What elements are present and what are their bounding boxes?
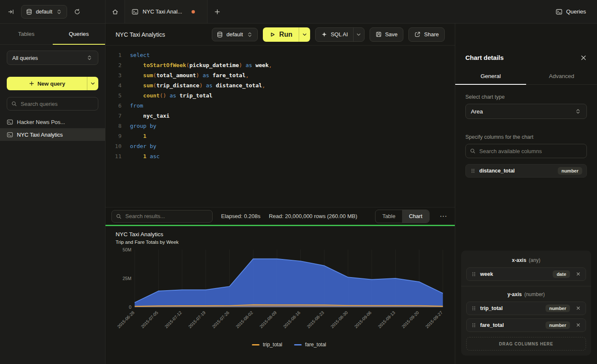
sidebar-tab-tables[interactable]: Tables [0,24,53,44]
more-options-button[interactable]: ⋯ [438,212,449,221]
sql-ai-dropdown[interactable] [353,28,364,41]
drag-handle-icon[interactable] [470,168,476,174]
sql-ai-button[interactable]: SQL AI [315,27,365,42]
available-column-distance-total[interactable]: distance_total number [465,164,587,178]
results-toolbar: Elapsed: 0.208s Read: 20,000,000 rows (2… [105,207,455,225]
queries-button[interactable]: Queries [556,0,597,23]
save-icon [375,31,382,38]
sql-editor[interactable]: 1select2 toStartOfWeek(pickup_datetime) … [105,46,455,207]
search-columns-input[interactable] [465,144,587,158]
tab-strip: NYC Taxi Anal... [105,0,227,23]
query-title: NYC Taxi Analytics [116,31,165,38]
plus-icon [29,81,35,86]
query-icon [7,132,13,138]
y-axis-header: y-axis(number) [466,291,586,297]
x-axis-chips: week date [466,267,586,281]
legend-swatch [252,344,259,345]
y-axis-chips: trip_total number fare_total number [466,302,586,332]
svg-text:2015-07-05: 2015-07-05 [140,310,159,329]
sql-line: 6from [111,101,455,111]
chart-panel: NYC Taxi Analytics Trip and Fare Totals … [105,226,455,364]
column-name: week [480,271,493,277]
column-type-badge: date [553,270,570,278]
legend-item-fare-total[interactable]: fare_total [294,342,326,348]
chart-legend: trip_total fare_total [116,342,445,348]
topbar-database-value: default [36,8,52,15]
svg-text:25M: 25M [123,276,132,281]
search-results-input[interactable] [111,210,213,223]
query-list-item-hacker-news[interactable]: Hacker News Pos... [0,116,105,128]
queries-button-label: Queries [566,8,586,15]
remove-column-icon[interactable] [575,322,581,328]
query-icon [132,8,138,15]
drag-handle-icon[interactable] [471,322,477,328]
tab-advanced[interactable]: Advanced [526,68,597,84]
run-dropdown[interactable] [299,27,310,42]
run-button[interactable]: Run [263,27,310,42]
save-button[interactable]: Save [370,27,404,42]
chart-subtitle: Trip and Fare Totals by Week [116,240,445,245]
column-type-badge: number [546,321,570,329]
x-axis-column-week[interactable]: week date [466,267,586,281]
share-button[interactable]: Share [408,27,445,42]
topbar-database-selector[interactable]: default [21,5,67,19]
database-icon [26,8,32,15]
sidebar: Tables Queries All queries New query [0,24,105,364]
new-query-dropdown[interactable] [87,77,98,90]
svg-text:2015-08-16: 2015-08-16 [282,310,301,329]
sql-code: 1select2 toStartOfWeek(pickup_datetime) … [111,50,455,162]
query-list-item-nyc-taxi[interactable]: NYC Taxi Analytics [0,128,105,141]
main-column: NYC Taxi Analytics default Run [105,24,455,364]
y-axis-column-trip-total[interactable]: trip_total number [466,302,586,315]
sql-line: 7 nyc_taxi [111,111,455,121]
refresh-icon[interactable] [72,7,82,17]
legend-item-trip-total[interactable]: trip_total [252,342,282,348]
new-query-button[interactable]: New query [7,77,98,90]
svg-text:2015-09-06: 2015-09-06 [354,310,373,329]
sql-ai-label: SQL AI [331,31,348,38]
query-actions: default Run SQL AI [212,27,445,42]
search-queries-input[interactable] [7,97,98,111]
sql-line: 11 1 asc [111,151,455,162]
home-tab[interactable] [105,0,125,23]
view-toggle-table[interactable]: Table [375,210,402,223]
queries-filter-select[interactable]: All queries [7,51,98,65]
remove-column-icon[interactable] [575,305,581,311]
chevrons-up-down-icon [246,31,253,38]
topbar-left: default [0,0,105,23]
new-query-label: New query [38,81,65,87]
drag-handle-icon[interactable] [471,305,477,311]
drag-handle-icon[interactable] [471,271,477,277]
chart-type-select[interactable]: Area [465,104,587,119]
query-item-label: Hacker News Pos... [17,119,65,125]
view-toggle-chart[interactable]: Chart [402,210,429,223]
columns-search [465,144,587,158]
svg-text:2015-07-26: 2015-07-26 [211,310,230,329]
svg-text:2015-08-09: 2015-08-09 [259,310,278,329]
columns-label: Specify columns for the chart [465,134,587,140]
new-tab-button[interactable] [208,0,227,23]
x-axis-header: x-axis(any) [466,257,586,263]
sql-line: 4 sum(trip_distance) as distance_total, [111,81,455,91]
sidebar-search [7,97,98,111]
sql-line: 1select [111,50,455,60]
save-label: Save [385,31,398,38]
y-axis-column-fare-total[interactable]: fare_total number [466,318,586,332]
tab-nyc-taxi-analytics[interactable]: NYC Taxi Anal... [125,0,208,23]
drag-columns-dropzone[interactable]: DRAG COLUMNS HERE [466,337,586,351]
database-icon [216,31,223,38]
query-icon [556,8,562,15]
tab-general[interactable]: General [455,68,526,84]
run-button-main[interactable]: Run [263,27,299,42]
elapsed-time: Elapsed: 0.208s [221,213,260,219]
close-icon[interactable] [580,54,587,61]
query-database-selector[interactable]: default [212,28,258,41]
topbar: default NYC Taxi Anal... Queries [0,0,597,24]
svg-text:2015-07-19: 2015-07-19 [187,310,206,329]
query-item-label: NYC Taxi Analytics [17,132,63,138]
sidebar-tab-queries[interactable]: Queries [53,24,105,44]
y-axis-title: y-axis [508,291,522,297]
play-icon [269,31,276,38]
collapse-sidebar-icon[interactable] [6,7,16,17]
remove-column-icon[interactable] [575,271,581,277]
